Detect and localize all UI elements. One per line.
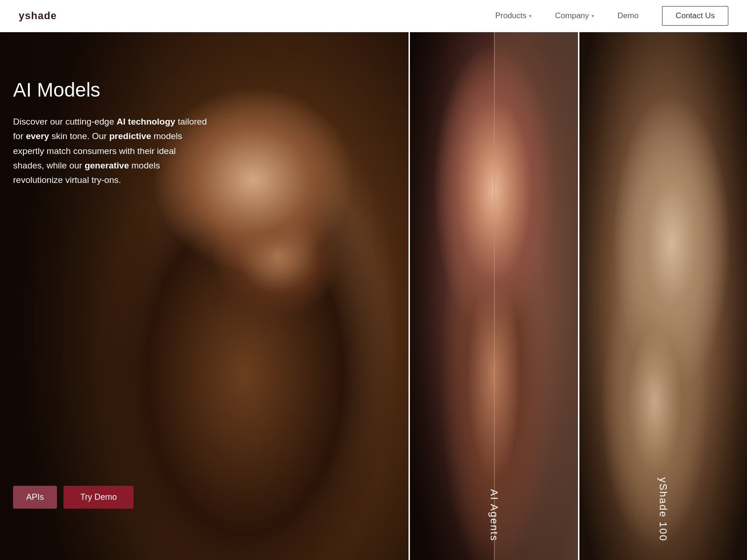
nav-products[interactable]: Products ▾ <box>495 11 532 21</box>
apis-button[interactable]: APIs <box>13 486 57 509</box>
chevron-down-icon: ▾ <box>529 13 532 19</box>
nav-links: Products ▾ Company ▾ Demo Contact Us <box>495 6 728 26</box>
nav-demo[interactable]: Demo <box>618 11 639 21</box>
hero-side-panels: AI Agents yShade 100 <box>409 32 747 560</box>
panel-yshade-label: yShade 100 <box>657 477 669 541</box>
panel-yshade-100[interactable]: yShade 100 <box>578 32 747 560</box>
hero-title: AI Models <box>13 79 209 101</box>
panel-ai-agents[interactable]: AI Agents <box>409 32 578 560</box>
hero-text-block: AI Models Discover our cutting-edge AI t… <box>13 79 209 188</box>
panel-split-line <box>494 32 495 560</box>
hero-description: Discover our cutting-edge AI technology … <box>13 114 209 188</box>
nav-company[interactable]: Company ▾ <box>555 11 594 21</box>
try-demo-button[interactable]: Try Demo <box>63 486 134 509</box>
logo[interactable]: yshade <box>19 10 57 22</box>
hero-cta-buttons: APIs Try Demo <box>13 486 134 509</box>
hero-main-panel: AI Models Discover our cutting-edge AI t… <box>0 32 409 560</box>
contact-us-button[interactable]: Contact Us <box>662 6 728 26</box>
navbar: yshade Products ▾ Company ▾ Demo Contact… <box>0 0 747 32</box>
hero-section: AI Models Discover our cutting-edge AI t… <box>0 32 747 560</box>
chevron-down-icon: ▾ <box>592 13 594 19</box>
panel-ai-agents-label: AI Agents <box>488 489 500 541</box>
